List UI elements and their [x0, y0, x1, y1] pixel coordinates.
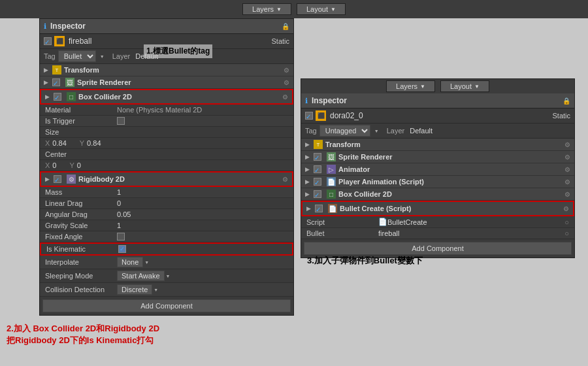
- right-script-label: Script: [306, 218, 378, 226]
- layout-arrow-icon: ▼: [331, 7, 336, 12]
- rb-active-checkbox[interactable]: ✓: [54, 175, 61, 183]
- box-collider-section[interactable]: ▶ ✓ □ Box Collider 2D ⚙: [40, 89, 293, 105]
- center-y-pair: Y 0: [69, 161, 80, 169]
- right-layout-dropdown[interactable]: Layout ▼: [440, 80, 489, 92]
- sprite-renderer-section[interactable]: ▶ ✓ 🖼 Sprite Renderer ⚙: [40, 76, 293, 89]
- box-expand-icon: ▶: [45, 93, 50, 100]
- right-box-checkbox[interactable]: ✓: [314, 190, 321, 198]
- interpolate-select[interactable]: None: [117, 257, 143, 267]
- right-add-component-button[interactable]: Add Component: [304, 242, 572, 255]
- center-row: Center: [40, 149, 293, 160]
- gravity-scale-row: Gravity Scale 1: [40, 220, 293, 231]
- right-anim-expand-icon: ▶: [305, 166, 310, 173]
- lock-icon: 🔒: [282, 23, 289, 30]
- right-anim-checkbox[interactable]: ✓: [314, 165, 321, 173]
- right-bullet-label: Bullet: [306, 229, 378, 237]
- add-component-label: Add Component: [140, 302, 193, 310]
- fixed-angle-checkbox[interactable]: [117, 233, 125, 241]
- right-script-value: BulletCreate: [387, 218, 564, 226]
- is-kinematic-label: Is Kinematic: [46, 245, 118, 253]
- right-transform-settings-icon: ⚙: [564, 141, 570, 148]
- right-bullet-checkbox[interactable]: ✓: [315, 205, 323, 212]
- right-bullet-row: Bullet fireball ○: [301, 228, 574, 239]
- sprite-expand-icon: ▶: [44, 79, 48, 86]
- right-animator-section[interactable]: ▶ ✓ ▷ Animator ⚙: [301, 163, 574, 176]
- right-bullet-expand-icon: ▶: [306, 205, 311, 212]
- add-component-button[interactable]: Add Component: [42, 299, 291, 312]
- tag-select[interactable]: Bullet: [58, 50, 96, 62]
- left-inspector-panel: ℹ Inspector 🔒 ✓ ⬛ fireball Static Tag Bu…: [39, 18, 294, 316]
- static-label: Static: [271, 37, 289, 45]
- right-bullet-circle: ○: [564, 229, 569, 237]
- step2-annotation: 2.加入 Box Collider 2D和Rigidbody 2D 把Rigid…: [7, 323, 159, 346]
- right-player-checkbox[interactable]: ✓: [314, 178, 321, 186]
- layers-dropdown[interactable]: Layers ▼: [242, 3, 291, 15]
- is-kinematic-checkbox[interactable]: ✓: [118, 245, 126, 253]
- right-bullet-create-title: Bullet Create (Script): [340, 205, 411, 212]
- right-sprite-renderer-section[interactable]: ▶ ✓ 🖼 Sprite Renderer ⚙: [301, 151, 574, 163]
- sprite-active-checkbox[interactable]: ✓: [52, 78, 60, 86]
- box-collider-title: Box Collider 2D: [78, 93, 132, 101]
- size-x-label: X: [45, 139, 50, 147]
- info-icon: ℹ: [44, 22, 46, 31]
- transform-section[interactable]: ▶ T Transform ⚙: [40, 64, 293, 76]
- right-active-checkbox[interactable]: ✓: [305, 112, 313, 120]
- linear-drag-label: Linear Drag: [45, 199, 117, 207]
- size-y-label: Y: [80, 139, 84, 147]
- right-player-expand-icon: ▶: [305, 178, 310, 185]
- right-transform-icons: ⚙: [564, 141, 570, 148]
- rb-expand-icon: ▶: [45, 176, 50, 182]
- layers-arrow-icon: ▼: [276, 7, 282, 12]
- rb-settings-icon: ⚙: [282, 176, 288, 183]
- left-panel-header: ℹ Inspector 🔒: [40, 19, 293, 34]
- right-layers-dropdown[interactable]: Layers ▼: [386, 80, 435, 92]
- right-transform-icon: T: [314, 140, 323, 149]
- rigidbody-section[interactable]: ▶ ✓ ⚙ Rigidbody 2D ⚙: [40, 171, 293, 187]
- right-info-icon: ℹ: [305, 97, 308, 105]
- right-anim-icon: ▷: [327, 165, 336, 174]
- right-anim-icons: ⚙: [564, 166, 570, 173]
- right-sprite-expand-icon: ▶: [305, 154, 310, 160]
- mass-label: Mass: [45, 188, 117, 196]
- sprite-icons: ⚙: [284, 79, 289, 86]
- object-icon: ⬛: [54, 36, 65, 46]
- box-active-checkbox[interactable]: ✓: [54, 93, 61, 101]
- step1-text: 1.標選Bullet的tag: [146, 46, 210, 56]
- right-object-row: ✓ ⬛ dora02_0 Static: [301, 108, 574, 124]
- size-x-pair: X 0.84: [45, 139, 67, 147]
- transform-expand-icon: ▶: [44, 67, 48, 73]
- right-panel-header: ℹ Inspector 🔒: [301, 93, 574, 108]
- material-value: None (Physics Material 2D: [117, 106, 288, 114]
- right-player-anim-section[interactable]: ▶ ✓ 📄 Player Animation (Script) ⚙: [301, 176, 574, 188]
- linear-drag-row: Linear Drag 0: [40, 198, 293, 209]
- right-player-settings-icon: ⚙: [564, 178, 570, 186]
- right-tag-label: Tag: [305, 127, 317, 135]
- angular-drag-row: Angular Drag 0.05: [40, 209, 293, 220]
- transform-icon: T: [52, 65, 61, 75]
- right-sprite-renderer-title: Sprite Renderer: [338, 153, 393, 161]
- right-transform-section[interactable]: ▶ T Transform ⚙: [301, 139, 574, 151]
- right-add-component-label: Add Component: [412, 244, 464, 252]
- right-box-expand-icon: ▶: [305, 191, 310, 197]
- layout-dropdown[interactable]: Layout ▼: [297, 3, 346, 15]
- center-y-label: Y: [69, 161, 74, 169]
- center-label: Center: [45, 150, 117, 158]
- right-tag-select[interactable]: Untagged: [319, 125, 370, 137]
- right-bullet-create-section[interactable]: ▶ ✓ 📄 Bullet Create (Script) ⚙: [301, 201, 574, 216]
- transform-icons: ⚙: [284, 67, 289, 74]
- angular-drag-value: 0.05: [117, 210, 288, 218]
- right-tag-row: Tag Untagged ▼ Layer Default: [301, 124, 574, 139]
- is-trigger-checkbox[interactable]: [117, 117, 125, 125]
- box-settings-icon: ⚙: [282, 93, 288, 101]
- center-y-value: 0: [77, 161, 81, 169]
- right-script-row: Script 📄 BulletCreate ○: [301, 216, 574, 228]
- sprite-renderer-title: Sprite Renderer: [77, 78, 131, 86]
- tag-label: Tag: [44, 52, 56, 60]
- box-icon: □: [67, 92, 76, 101]
- right-box-collider-section[interactable]: ▶ ✓ □ Box Collider 2D ⚙: [301, 188, 574, 201]
- interpolate-row: Interpolate None ▼: [40, 256, 293, 269]
- size-x-value: 0.84: [52, 139, 66, 147]
- active-checkbox[interactable]: ✓: [44, 37, 52, 45]
- right-sprite-checkbox[interactable]: ✓: [314, 153, 321, 161]
- right-sprite-icon: 🖼: [327, 152, 336, 161]
